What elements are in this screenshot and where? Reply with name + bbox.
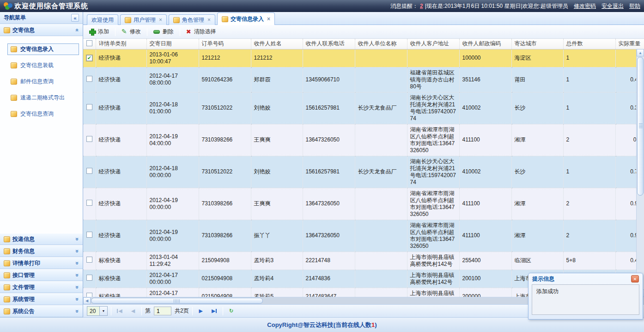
row-checkbox[interactable] <box>86 200 92 206</box>
cell: 湘潭 <box>511 220 563 252</box>
message-count-badge[interactable]: 2 <box>420 3 423 9</box>
horizontal-scroll-thumb[interactable] <box>91 298 263 304</box>
tab-4[interactable]: 交寄信息录入× <box>217 12 275 25</box>
page-size-select[interactable]: 20 ▼ <box>87 306 108 316</box>
accordion-section-6[interactable]: 文件管理» <box>0 281 83 293</box>
column-header-10[interactable]: 总件数 <box>563 39 615 49</box>
next-page-button[interactable]: ▶ <box>196 306 206 316</box>
row-checkbox[interactable] <box>86 257 92 263</box>
scroll-left-icon[interactable]: ◀ <box>83 297 91 304</box>
cell: 海淀区 <box>511 49 563 67</box>
table-row[interactable]: 经济快递2012-04-19 04:00:007310398266王爽爽1364… <box>83 124 644 156</box>
sidebar-item-1[interactable]: 交寄信息录入 <box>7 43 79 55</box>
tab-1[interactable]: 欢迎使用 <box>87 14 118 25</box>
chevron-down-icon: » <box>74 298 81 301</box>
clear-selection-button[interactable]: ✖清除选择 <box>182 26 220 37</box>
edit-button[interactable]: ✎修改 <box>117 26 145 37</box>
close-icon[interactable]: × <box>207 17 211 23</box>
page-number-input[interactable] <box>154 307 171 315</box>
row-checkbox[interactable] <box>86 76 92 82</box>
row-checkbox[interactable] <box>86 104 92 110</box>
column-header-5[interactable]: 收件人联系电话 <box>303 39 355 49</box>
accordion-section-expanded[interactable]: 交寄信息 « <box>0 24 83 36</box>
online-count: 1 <box>371 321 375 328</box>
cell: 411100 <box>459 124 511 156</box>
close-icon[interactable]: × <box>267 16 270 22</box>
column-header-7[interactable]: 收件人客户地址 <box>407 39 459 49</box>
app-title: 欢迎使用综合管理系统 <box>14 2 88 11</box>
table-row[interactable]: 经济快递2012-04-17 08:00:005910264236郑群霞1345… <box>83 67 644 92</box>
refresh-icon[interactable]: ↻ <box>226 306 237 316</box>
table-row[interactable]: 经济快递2012-04-18 01:00:007310512022刘艳姣1561… <box>83 92 644 124</box>
cell: 200100 <box>459 270 511 288</box>
cell: 上海市崇明县庙镇高桥爱民村142号 <box>407 270 459 288</box>
row-checkbox[interactable] <box>86 293 92 297</box>
package-icon <box>4 284 10 290</box>
row-checkbox[interactable]: ✔ <box>86 55 92 61</box>
tab-3[interactable]: 角色管理× <box>169 14 215 25</box>
column-header-1[interactable]: 详情单类别 <box>96 39 146 49</box>
vertical-scrollbar[interactable]: ▲ ▼ <box>636 49 644 297</box>
table-row[interactable]: 经济快递2012-04-18 00:00:007310512022刘艳姣1561… <box>83 156 644 188</box>
chevron-down-icon: » <box>74 238 81 241</box>
cell: 标准快递 <box>96 288 146 297</box>
accordion-section-2[interactable]: 投递信息» <box>0 233 83 245</box>
add-button[interactable]: 添加 <box>85 26 113 37</box>
accordion-section-8[interactable]: 系统公告» <box>0 305 83 317</box>
sidebar-item-5[interactable]: 交寄信息查询 <box>7 108 79 120</box>
cell: 长沙天龙食品厂 <box>355 156 407 188</box>
column-header-2[interactable]: 交寄日期 <box>146 39 199 49</box>
tab-2[interactable]: 用户管理× <box>120 14 167 25</box>
accordion-section-5[interactable]: 接口管理» <box>0 269 83 281</box>
vertical-scroll-thumb[interactable] <box>637 57 644 196</box>
change-password-link[interactable]: 修改密码 <box>574 2 596 10</box>
table-row[interactable]: 标准快递2013-01-04 11:29:42215094908孟玲莉32221… <box>83 252 644 270</box>
accordion-section-3[interactable]: 财务信息» <box>0 245 83 257</box>
accordion-section-7[interactable]: 系统管理» <box>0 293 83 305</box>
column-header-3[interactable]: 订单号码 <box>199 39 251 49</box>
package-icon <box>4 308 10 314</box>
select-all-header[interactable] <box>83 39 96 49</box>
row-checkbox[interactable] <box>86 168 92 174</box>
accordion-section-4[interactable]: 详情单打印» <box>0 257 83 269</box>
sidebar-item-2[interactable]: 交寄信息装载 <box>7 60 79 71</box>
last-page-button[interactable]: ▶ <box>209 306 219 316</box>
sidebar-item-4[interactable]: 速递二期格式导出 <box>7 92 79 104</box>
row-checkbox[interactable] <box>86 136 92 142</box>
logout-link[interactable]: 安全退出 <box>601 2 624 10</box>
column-header-6[interactable]: 收件人单位名称 <box>355 39 407 49</box>
help-link[interactable]: 帮助 <box>629 2 640 10</box>
close-icon[interactable]: × <box>159 17 162 23</box>
column-header-4[interactable]: 收件人姓名 <box>251 39 303 49</box>
cell: 标准快递 <box>96 252 146 270</box>
cell: 2012-04-18 00:00:00 <box>146 156 199 188</box>
package-icon <box>4 296 10 302</box>
cell: 福建省莆田荔城区镇海街道办古山村80号 <box>407 67 459 92</box>
sidebar-collapse-button[interactable]: « <box>71 14 79 22</box>
cell: 上海市崇明县庙镇高桥爱民村142号 <box>407 288 459 297</box>
cell: 刘艳姣 <box>251 92 303 124</box>
scroll-up-icon[interactable]: ▲ <box>637 49 644 56</box>
table-row[interactable]: 经济快递2012-04-19 00:00:007310398266王爽爽1364… <box>83 188 644 220</box>
cell: 1 <box>563 92 615 124</box>
cell: 湖南省湘潭市雨湖区八仙桥半点利超市对面电话:13647326050 <box>407 220 459 252</box>
table-row[interactable]: ✔经济快递2013-01-06 10:00:471212121212121000… <box>83 49 644 67</box>
column-header-9[interactable]: 寄达城市 <box>511 39 563 49</box>
chevron-down-icon[interactable]: ▼ <box>99 307 107 315</box>
delete-button[interactable]: 删除 <box>149 26 178 37</box>
close-icon[interactable]: ✕ <box>631 275 639 283</box>
cell <box>407 49 459 67</box>
select-all-checkbox[interactable] <box>86 40 92 46</box>
column-header-11[interactable]: 实际重量 <box>615 39 644 49</box>
column-header-8[interactable]: 收件人邮政编码 <box>459 39 511 49</box>
table-row[interactable]: 经济快递2012-04-19 00:00:007310398266振丫丫1364… <box>83 220 644 252</box>
sidebar-title: 导航菜单 <box>4 14 26 22</box>
sidebar-item-3[interactable]: 邮件信息查询 <box>7 76 79 87</box>
prev-page-button[interactable]: ◀ <box>128 306 138 316</box>
cell: 21474836 <box>303 270 355 288</box>
row-checkbox[interactable] <box>86 275 92 281</box>
first-page-button[interactable]: ◀ <box>115 306 125 316</box>
cell: 5910264236 <box>199 67 251 92</box>
row-checkbox[interactable] <box>86 232 92 238</box>
cell <box>355 288 407 297</box>
